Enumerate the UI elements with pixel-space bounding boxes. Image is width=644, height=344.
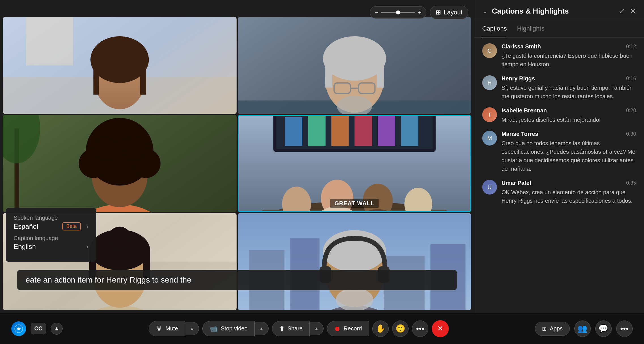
caption-text: eate an action item for Henry Riggs to s…: [25, 275, 191, 284]
apps-button-group: ⊞ Apps: [535, 322, 570, 336]
svg-rect-2: [26, 17, 73, 65]
video-cell-6[interactable]: [238, 213, 471, 310]
panel-actions: ⤢ ✕: [619, 7, 636, 16]
stop-video-dropdown-button[interactable]: ▲: [255, 322, 269, 335]
top-controls: − + ⊞ Layout: [370, 6, 468, 19]
spoken-language-value-row[interactable]: Español Beta ›: [14, 222, 88, 230]
mute-dropdown-button[interactable]: ▲: [185, 322, 199, 335]
layout-button[interactable]: ⊞ Layout: [430, 6, 468, 19]
svg-point-59: [108, 227, 131, 250]
more-options-icon: •••: [416, 324, 424, 333]
stop-video-chevron-icon: ▲: [259, 326, 264, 331]
captions-messages-list: C Clarissa Smith 0:12 ¿Te gustó la confe…: [474, 38, 644, 313]
video-cell-2[interactable]: [238, 17, 471, 114]
share-button-group: ⬆ Share ▲: [272, 321, 324, 336]
panel-title: Captions & Highlights: [492, 7, 569, 16]
share-button[interactable]: ⬆ Share: [272, 321, 310, 336]
layout-label: Layout: [444, 9, 462, 16]
message-content: Marise Torres 0:30 Creo que no todos ten…: [501, 131, 636, 173]
zoom-control: − +: [370, 6, 426, 19]
tab-highlights[interactable]: Highlights: [517, 20, 545, 37]
message-time: 0:16: [626, 76, 636, 82]
message-header: Henry Riggs 0:16: [501, 75, 636, 82]
panel-popout-button[interactable]: ⤢: [619, 7, 625, 16]
video-cell-conference-room[interactable]: GREAT WALL: [238, 115, 471, 212]
zoom-slider[interactable]: [381, 12, 415, 13]
more-right-button[interactable]: •••: [616, 321, 633, 337]
message-item: C Clarissa Smith 0:12 ¿Te gustó la confe…: [482, 43, 636, 69]
message-time: 0:30: [626, 131, 636, 137]
record-button[interactable]: ⏺ Record: [327, 321, 369, 336]
spoken-language-value: Español: [14, 223, 38, 230]
chat-icon: 💬: [598, 324, 608, 333]
record-label: Record: [344, 325, 362, 332]
cc-button[interactable]: CC: [31, 323, 46, 334]
webex-logo: [11, 321, 26, 336]
message-item: I Isabelle Brennan 0:20 Mirad, ¡estos di…: [482, 107, 636, 124]
message-text: ¿Te gustó la conferencia? Espero que hub…: [501, 52, 636, 69]
video-cell-1[interactable]: [3, 17, 237, 114]
raise-hand-button[interactable]: ✋: [372, 321, 389, 337]
message-header: Isabelle Brennan 0:20: [501, 107, 636, 114]
video-icon: 📹: [209, 325, 218, 333]
layout-icon: ⊞: [436, 9, 441, 16]
more-options-button[interactable]: •••: [412, 321, 428, 337]
caption-language-value: English: [14, 243, 36, 251]
svg-rect-15: [377, 58, 384, 87]
end-call-button[interactable]: ✕: [432, 320, 449, 337]
svg-rect-7: [93, 60, 99, 95]
chevron-up-icon: ▲: [54, 325, 59, 332]
sender-name: Henry Riggs: [501, 75, 535, 82]
participants-button[interactable]: 👥: [574, 321, 591, 337]
svg-point-29: [93, 137, 116, 161]
share-dropdown-button[interactable]: ▲: [310, 322, 324, 335]
tab-captions[interactable]: Captions: [482, 20, 507, 37]
svg-rect-39: [401, 116, 418, 146]
message-text: Creo que no todos tenemos las últimas es…: [501, 139, 636, 173]
svg-rect-8: [140, 60, 146, 95]
sender-name: Umar Patel: [501, 180, 531, 186]
mute-label: Mute: [165, 325, 178, 332]
beta-badge: Beta: [62, 222, 81, 230]
chat-button[interactable]: 💬: [595, 321, 612, 337]
apps-button[interactable]: ⊞ Apps: [535, 322, 570, 336]
stop-video-button-group: 📹 Stop video ▲: [202, 321, 268, 336]
share-icon: ⬆: [279, 325, 285, 333]
panel-collapse-icon[interactable]: ⌄: [482, 8, 487, 15]
avatar: H: [482, 75, 497, 90]
avatar: M: [482, 131, 497, 146]
video-grid: GREAT WALL: [0, 0, 474, 313]
stop-video-button[interactable]: 📹 Stop video: [202, 321, 255, 336]
zoom-out-icon[interactable]: −: [375, 9, 378, 16]
svg-rect-14: [325, 58, 332, 87]
message-text: OK Webex, crea un elemento de acción par…: [501, 188, 636, 205]
svg-rect-37: [354, 116, 372, 146]
expand-captions-button[interactable]: ▲: [51, 323, 63, 335]
mute-button[interactable]: 🎙 Mute: [149, 321, 185, 336]
message-header: Umar Patel 0:35: [501, 180, 636, 186]
apps-label: Apps: [550, 325, 563, 332]
mute-button-group: 🎙 Mute ▲: [149, 321, 199, 336]
raise-hand-icon: ✋: [376, 324, 386, 333]
share-chevron-icon: ▲: [314, 326, 319, 331]
right-panel: ⌄ Captions & Highlights ⤢ ✕ Captions Hig…: [474, 0, 644, 313]
caption-language-row: Caption language English ›: [14, 235, 88, 251]
video-cell-3[interactable]: [3, 115, 237, 212]
zoom-in-icon[interactable]: +: [418, 9, 422, 16]
share-label: Share: [288, 325, 303, 332]
bottom-toolbar: CC ▲ 🎙 Mute ▲ 📹 Stop video ▲: [0, 313, 644, 344]
message-header: Marise Torres 0:30: [501, 131, 636, 137]
main-area: − + ⊞ Layout: [0, 0, 644, 313]
spoken-language-chevron-icon: ›: [86, 223, 88, 230]
message-time: 0:12: [626, 44, 636, 50]
caption-bar: eate an action item for Henry Riggs to s…: [17, 270, 457, 290]
message-time: 0:35: [626, 180, 636, 186]
toolbar-right: ⊞ Apps 👥 💬 •••: [535, 321, 633, 337]
message-content: Isabelle Brennan 0:20 Mirad, ¡estos dise…: [501, 107, 636, 124]
react-button[interactable]: 🙂: [392, 321, 409, 337]
caption-language-value-row[interactable]: English ›: [14, 243, 88, 251]
cell-conference-room-label: GREAT WALL: [330, 199, 379, 208]
panel-close-button[interactable]: ✕: [630, 7, 636, 16]
record-button-group: ⏺ Record: [327, 321, 369, 336]
avatar: C: [482, 43, 497, 58]
